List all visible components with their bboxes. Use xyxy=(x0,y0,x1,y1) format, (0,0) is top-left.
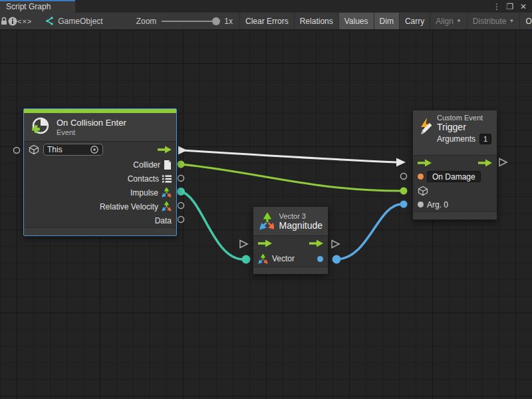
flow-out-connected-arrow[interactable] xyxy=(178,146,187,155)
wire-magnitude-blue[interactable] xyxy=(336,204,402,259)
arg0-port-dot[interactable] xyxy=(418,201,424,207)
gameobject-cube-icon xyxy=(418,186,428,196)
port-row-contacts[interactable]: Contacts xyxy=(24,172,176,186)
values-button[interactable]: Values xyxy=(338,13,374,29)
carry-button[interactable]: Carry xyxy=(399,13,430,29)
align-label: Align xyxy=(436,17,454,26)
contacts-port[interactable] xyxy=(178,176,184,182)
port-row-relative-velocity[interactable]: Relative Velocity xyxy=(24,200,176,213)
collider-port-dot[interactable] xyxy=(178,161,185,168)
wire-flow-white[interactable] xyxy=(182,150,397,162)
magnitude-flow-in-port[interactable] xyxy=(240,241,247,248)
trigger-flow-out-port[interactable] xyxy=(499,159,507,166)
zoom-value: 1x xyxy=(224,17,233,26)
contacts-list-icon xyxy=(162,175,172,183)
port-row-data[interactable]: Data xyxy=(24,213,176,227)
code-icon: <×> xyxy=(17,17,32,25)
vector3-icon xyxy=(162,188,172,198)
port-label: Data xyxy=(155,216,172,225)
align-dropdown[interactable]: Align ▼ xyxy=(430,13,467,29)
event-name-field[interactable]: On Damage xyxy=(427,171,481,182)
info-icon xyxy=(8,17,17,26)
zoom-slider-handle[interactable] xyxy=(212,17,220,25)
clear-errors-button[interactable]: Clear Errors xyxy=(239,13,294,29)
node-header[interactable]: Vector 3 Magnitude xyxy=(253,207,328,236)
flow-in-arrow-icon[interactable] xyxy=(418,159,432,167)
gameobject-input-port-dot[interactable] xyxy=(400,188,408,195)
lock-icon xyxy=(0,17,8,25)
event-name-port-dot[interactable] xyxy=(418,174,424,180)
object-picker-icon[interactable] xyxy=(90,145,99,154)
port-row-collider[interactable]: Collider xyxy=(24,158,176,172)
vector3-icon xyxy=(162,201,172,211)
flow-out-arrow-icon[interactable] xyxy=(158,146,172,154)
flow-out-arrow-icon[interactable] xyxy=(309,239,323,247)
arguments-label: Arguments xyxy=(437,134,475,144)
node-supertitle: Custom Event xyxy=(437,114,491,122)
arguments-count-value: 1 xyxy=(483,135,487,143)
relative-velocity-port[interactable] xyxy=(178,203,184,209)
gameobject-graph-icon xyxy=(44,16,54,26)
node-title: On Collision Enter xyxy=(57,118,126,128)
flow-in-arrow-icon[interactable] xyxy=(258,239,272,247)
magnitude-output-port-dot[interactable] xyxy=(332,255,341,264)
chevron-down-icon: ▼ xyxy=(456,18,462,24)
node-trigger-custom-event[interactable]: Custom Event Trigger Arguments 1 xyxy=(412,110,497,220)
chevron-down-icon: ▼ xyxy=(509,18,515,24)
graph-toolbar: <×> GameObject Zoom 1x Clear Errors Rela… xyxy=(0,13,532,30)
lock-button[interactable] xyxy=(0,13,8,29)
carry-label: Carry xyxy=(405,17,424,26)
arguments-count-field[interactable]: 1 xyxy=(479,134,491,144)
data-port[interactable] xyxy=(178,217,184,223)
relations-button[interactable]: Relations xyxy=(294,13,338,29)
node-header[interactable]: On Collision Enter Event xyxy=(24,113,176,142)
wire-collider-green[interactable] xyxy=(181,164,402,191)
variables-button[interactable]: <×> xyxy=(17,13,32,29)
impulse-port-dot[interactable] xyxy=(177,188,185,196)
zoom-label: Zoom xyxy=(136,17,157,26)
port-row-flow: This xyxy=(24,142,176,158)
port-label: Impulse xyxy=(130,188,158,198)
menu-icon[interactable]: ⋮ xyxy=(492,2,501,11)
port-label: Contacts xyxy=(128,174,159,184)
port-row-gameobject[interactable] xyxy=(413,184,497,198)
tab-script-graph[interactable]: Script Graph xyxy=(0,0,75,13)
maximize-icon[interactable]: ❐ xyxy=(505,2,515,11)
node-footer xyxy=(253,267,328,274)
port-row-event-name[interactable]: On Damage xyxy=(413,170,497,184)
gameobject-label: GameObject xyxy=(58,17,102,26)
values-label: Values xyxy=(344,17,368,26)
wire-impulse-teal[interactable] xyxy=(181,192,243,259)
graph-canvas[interactable]: On Collision Enter Event This xyxy=(0,30,532,399)
dim-label: Dim xyxy=(380,17,394,26)
target-object-field[interactable]: This xyxy=(43,144,103,156)
collision-event-icon xyxy=(30,116,51,138)
float-output-port-dot[interactable] xyxy=(317,256,323,262)
port-row-vector[interactable]: Vector xyxy=(253,251,328,267)
port-row-impulse[interactable]: Impulse xyxy=(24,186,176,200)
close-icon[interactable]: ✕ xyxy=(519,2,528,11)
vector-input-port-dot[interactable] xyxy=(242,255,251,264)
magnitude-flow-out-port[interactable] xyxy=(332,241,339,248)
gameobject-breadcrumb[interactable]: GameObject xyxy=(32,13,112,29)
arg0-input-port-dot[interactable] xyxy=(400,201,408,208)
node-on-collision-enter[interactable]: On Collision Enter Event This xyxy=(23,108,177,236)
port-label: Vector xyxy=(272,254,295,263)
collision-input-port[interactable] xyxy=(14,148,20,154)
gameobject-cube-icon xyxy=(29,144,39,155)
node-header[interactable]: Custom Event Trigger Arguments 1 xyxy=(413,110,497,156)
title-bar: Script Graph ⋮ ❐ ✕ xyxy=(0,0,532,13)
flow-in-arrowhead[interactable] xyxy=(396,158,406,167)
event-name-port[interactable] xyxy=(401,174,407,180)
node-magnitude[interactable]: Vector 3 Magnitude Vector xyxy=(253,206,329,275)
dim-button[interactable]: Dim xyxy=(374,13,399,29)
distribute-dropdown[interactable]: Distribute ▼ xyxy=(467,13,520,29)
zoom-slider[interactable] xyxy=(162,21,219,22)
node-footer xyxy=(413,211,497,219)
inspect-button[interactable] xyxy=(8,13,17,29)
overview-button[interactable]: Overv xyxy=(519,13,532,29)
port-row-arg0[interactable]: Arg. 0 xyxy=(413,198,497,211)
node-title: Trigger xyxy=(437,122,491,132)
collider-document-icon xyxy=(164,160,172,170)
flow-out-arrow-icon[interactable] xyxy=(478,159,492,167)
